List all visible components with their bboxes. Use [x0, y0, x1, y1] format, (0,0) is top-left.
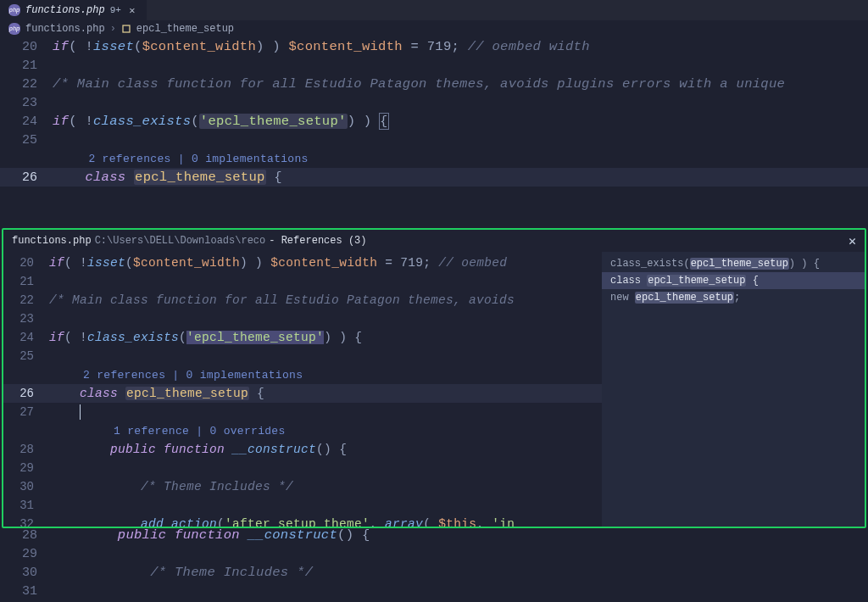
code-line[interactable]: 30 /* Theme Includes */ [3, 477, 602, 496]
code-content [49, 404, 81, 420]
tab-modified-indicator: 9+ [110, 5, 121, 15]
editor-main[interactable]: 20if( !isset($content_width) ) $content_… [0, 37, 868, 600]
reference-list-item[interactable]: class epcl_theme_setup { [602, 272, 865, 289]
code-line[interactable]: 2 references | 0 implementations [0, 149, 868, 168]
code-line[interactable]: 22/* Main class function for all Estudio… [0, 75, 868, 93]
code-line[interactable]: 29 [3, 459, 602, 477]
code-content: if( !isset($content_width) ) $content_wi… [49, 256, 507, 270]
code-line[interactable]: 27 [3, 403, 602, 421]
line-number: 29 [0, 547, 53, 561]
code-line[interactable]: 28 public function __construct() { [0, 526, 868, 544]
code-content: if( !class_exists('epcl_theme_setup') ) … [49, 331, 362, 344]
peek-path: C:\Users\DELL\Downloads\reco [95, 235, 266, 247]
code-content: public function __construct() { [49, 443, 347, 456]
code-content: 1 reference | 0 overrides [49, 424, 286, 438]
code-content: add_action('after_setup_theme', array( $… [49, 517, 515, 527]
close-icon[interactable]: ✕ [126, 4, 138, 17]
php-file-icon: php [8, 23, 20, 35]
symbol-icon [121, 24, 131, 34]
peek-header: functions.php C:\Users\DELL\Downloads\re… [3, 230, 865, 252]
line-number: 26 [0, 170, 53, 185]
line-number: 32 [3, 517, 49, 527]
code-content: /* Theme Includes */ [53, 565, 313, 580]
breadcrumb-symbol[interactable]: epcl_theme_setup [136, 23, 234, 35]
svg-rect-0 [123, 25, 130, 32]
code-line[interactable]: 21 [3, 272, 602, 291]
code-line[interactable]: 26 class epcl_theme_setup { [3, 384, 602, 403]
peek-title: - References (3) [269, 235, 366, 247]
line-number: 29 [3, 461, 49, 475]
line-number: 21 [0, 59, 53, 73]
code-line[interactable]: 30 /* Theme Includes */ [0, 563, 868, 582]
code-content: public function __construct() { [53, 527, 370, 543]
line-number: 24 [0, 114, 53, 129]
code-content [53, 583, 118, 599]
code-content: class epcl_theme_setup { [53, 170, 282, 185]
code-line[interactable]: 24if( !class_exists('epcl_theme_setup') … [0, 112, 868, 131]
code-content: class epcl_theme_setup { [49, 387, 264, 400]
code-line[interactable]: 1 reference | 0 overrides [3, 421, 602, 440]
code-content: /* Theme Includes */ [49, 480, 293, 493]
peek-editor[interactable]: 20if( !isset($content_width) ) $content_… [3, 252, 602, 527]
line-number: 22 [3, 293, 49, 307]
code-line[interactable]: 31 [3, 496, 602, 515]
line-number: 20 [3, 256, 49, 270]
php-file-icon: php [8, 4, 20, 16]
code-content: /* Main class function for all Estudio P… [49, 293, 515, 307]
line-number: 31 [0, 584, 53, 599]
line-number: 31 [3, 499, 49, 512]
line-number: 20 [0, 40, 53, 54]
code-line[interactable]: 23 [3, 309, 602, 328]
peek-file: functions.php [12, 235, 92, 247]
line-number: 26 [3, 387, 49, 400]
code-line[interactable]: 20if( !isset($content_width) ) $content_… [0, 37, 868, 56]
code-content: 2 references | 0 implementations [49, 368, 303, 382]
code-content: if( !class_exists('epcl_theme_setup') ) … [53, 114, 388, 129]
code-content: /* Main class function for all Estudio P… [53, 76, 793, 92]
code-line[interactable]: 25 [0, 131, 868, 149]
reference-list-item[interactable]: class_exists(epcl_theme_setup) ) { [602, 255, 865, 272]
code-content [49, 499, 110, 512]
code-line[interactable]: 20if( !isset($content_width) ) $content_… [3, 254, 602, 272]
peek-reference-list[interactable]: class_exists(epcl_theme_setup) ) {class … [602, 252, 865, 527]
breadcrumb-separator: › [110, 23, 116, 35]
code-line[interactable]: 31 [0, 582, 868, 600]
code-line[interactable]: 29 [0, 544, 868, 563]
breadcrumb-file[interactable]: functions.php [25, 23, 105, 35]
code-content: if( !isset($content_width) ) $content_wi… [53, 39, 590, 54]
line-number: 22 [0, 77, 53, 92]
code-line[interactable]: 23 [0, 93, 868, 112]
breadcrumb[interactable]: php functions.php › epcl_theme_setup [0, 20, 868, 37]
line-number: 21 [3, 275, 49, 288]
code-line[interactable]: 24if( !class_exists('epcl_theme_setup') … [3, 328, 602, 347]
code-line[interactable]: 25 [3, 347, 602, 365]
line-number: 23 [3, 312, 49, 326]
code-line[interactable]: 2 references | 0 implementations [3, 365, 602, 384]
code-content [49, 461, 110, 475]
line-number: 25 [3, 349, 49, 363]
editor-tab[interactable]: php functions.php 9+ ✕ [0, 0, 147, 20]
code-line[interactable]: 28 public function __construct() { [3, 440, 602, 459]
line-number: 25 [0, 133, 53, 148]
close-icon[interactable]: ✕ [849, 233, 856, 249]
code-line[interactable]: 21 [0, 56, 868, 75]
line-number: 30 [3, 480, 49, 493]
reference-list-item[interactable]: new epcl_theme_setup; [602, 289, 865, 306]
line-number: 23 [0, 96, 53, 110]
line-number: 28 [3, 443, 49, 456]
code-content [53, 546, 118, 561]
code-line[interactable]: 22/* Main class function for all Estudio… [3, 291, 602, 309]
tab-filename: functions.php [25, 4, 105, 16]
line-number: 30 [0, 566, 53, 580]
peek-references-panel: functions.php C:\Users\DELL\Downloads\re… [2, 228, 866, 528]
line-number: 24 [3, 331, 49, 344]
tab-bar: php functions.php 9+ ✕ [0, 0, 868, 20]
line-number: 27 [3, 405, 49, 419]
line-number: 28 [0, 528, 53, 543]
code-line[interactable]: 32 add_action('after_setup_theme', array… [3, 515, 602, 527]
code-line[interactable]: 26 class epcl_theme_setup { [0, 168, 868, 187]
code-content: 2 references | 0 implementations [53, 151, 309, 166]
